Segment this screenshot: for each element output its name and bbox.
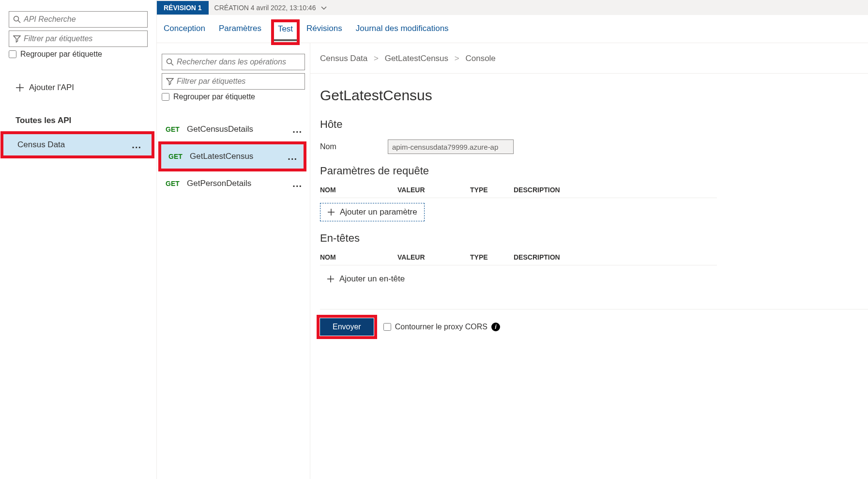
headers-header: NOM VALEUR TYPE DESCRIPTION [320,253,717,265]
col-description: DESCRIPTION [514,253,717,261]
plus-icon [15,83,24,92]
query-params-header: NOM VALEUR TYPE DESCRIPTION [320,186,717,198]
add-parameter-button[interactable]: Ajouter un paramètre [320,203,425,221]
tab-design[interactable]: Conception [164,24,205,41]
api-search-input[interactable] [24,15,143,24]
bypass-cors-label: Contourner le proxy CORS [395,323,487,331]
revision-creation-text: CRÉATION 4 avril 2022, 13:10:46 [214,4,316,12]
tab-bar: Conception Paramètres Test Révisions Jou… [157,15,868,43]
headers-heading: En-têtes [320,232,868,245]
revision-badge: RÉVISION 1 [157,1,209,15]
operation-more-icon[interactable]: ... [292,181,302,186]
revision-bar[interactable]: RÉVISION 1 CRÉATION 4 avril 2022, 13:10:… [157,0,868,15]
group-by-tag-checkbox-row[interactable]: Regrouper par étiquette [9,50,148,59]
svg-point-0 [14,16,19,21]
col-name: NOM [320,253,397,261]
all-apis-heading: Toutes les API [15,116,148,125]
operations-panel: Regrouper par étiquette GET GetCensusDet… [157,43,310,479]
breadcrumb-operation[interactable]: GetLatestCensus [385,54,448,63]
search-icon [13,15,21,23]
col-name: NOM [320,186,397,194]
operation-item[interactable]: GET GetPersonDetails ... [157,170,310,197]
test-console-panel: Census Data > GetLatestCensus > Console … [310,43,868,479]
tab-test[interactable]: Test [275,23,296,41]
chevron-down-icon[interactable] [320,4,327,11]
tab-revisions[interactable]: Révisions [306,24,342,41]
operations-group-by-tag-label: Regrouper par étiquette [173,93,255,101]
api-list-sidebar: Regrouper par étiquette Ajouter l'API To… [0,0,157,479]
api-search-box[interactable] [9,11,148,28]
search-icon [166,58,174,66]
host-name-input [388,139,514,154]
add-header-button[interactable]: Ajouter un en-tête [320,270,411,288]
operation-more-icon[interactable]: ... [292,127,302,132]
col-description: DESCRIPTION [514,186,717,194]
plus-icon [327,208,335,216]
operation-method: GET [166,125,187,133]
operation-item-selected[interactable]: GET GetLatestCensus ... [160,143,305,170]
operations-group-by-tag-checkbox[interactable] [162,93,169,101]
plus-icon [327,275,335,283]
operation-title: GetLatestCensus [320,87,868,104]
col-value: VALEUR [397,253,470,261]
add-api-button[interactable]: Ajouter l'API [15,83,148,93]
breadcrumb-console: Console [465,54,495,63]
operation-name: GetCensusDetails [187,124,292,134]
breadcrumb-api[interactable]: Census Data [320,54,367,63]
svg-line-5 [171,63,174,66]
col-type: TYPE [470,186,514,194]
operation-method: GET [168,153,190,160]
breadcrumb: Census Data > GetLatestCensus > Console [310,43,868,74]
filter-icon [13,35,21,43]
filter-icon [166,77,174,85]
tab-settings[interactable]: Paramètres [219,24,261,41]
send-bar: Envoyer Contourner le proxy CORS i [320,309,868,336]
svg-point-4 [167,59,172,64]
bypass-cors-checkbox[interactable] [383,323,391,331]
operations-group-by-tag-row[interactable]: Regrouper par étiquette [162,93,305,101]
operation-name: GetLatestCensus [190,152,288,161]
send-button[interactable]: Envoyer [320,318,374,336]
operation-method: GET [166,180,187,187]
operations-filter-input[interactable] [177,77,301,86]
api-filter-input[interactable] [24,34,143,43]
operations-filter-box[interactable] [162,73,305,90]
api-item-census-data[interactable]: Census Data ... [2,133,153,157]
group-by-tag-checkbox[interactable] [9,50,16,58]
operation-name: GetPersonDetails [187,179,292,188]
info-icon[interactable]: i [491,323,500,331]
col-type: TYPE [470,253,514,261]
host-heading: Hôte [320,118,868,131]
group-by-tag-label: Regrouper par étiquette [20,50,102,59]
svg-line-1 [18,21,21,23]
query-params-heading: Paramètres de requête [320,165,868,177]
bypass-cors-row[interactable]: Contourner le proxy CORS i [383,323,500,331]
api-filter-box[interactable] [9,31,148,47]
api-item-label: Census Data [17,140,65,150]
operation-item[interactable]: GET GetCensusDetails ... [157,116,310,143]
col-value: VALEUR [397,186,470,194]
operations-search-input[interactable] [177,58,301,66]
operations-search-box[interactable] [162,54,305,70]
host-name-label: Nom [320,142,388,151]
api-item-more-icon[interactable]: ... [132,142,141,147]
operation-more-icon[interactable]: ... [288,154,297,159]
tab-changelog[interactable]: Journal des modifications [356,24,449,41]
